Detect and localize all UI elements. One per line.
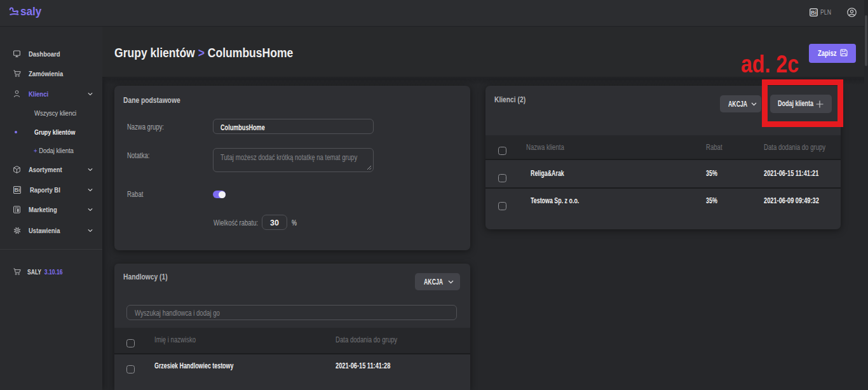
svg-text:Bi: Bi (15, 187, 20, 193)
svg-text:Bi: Bi (811, 10, 817, 16)
